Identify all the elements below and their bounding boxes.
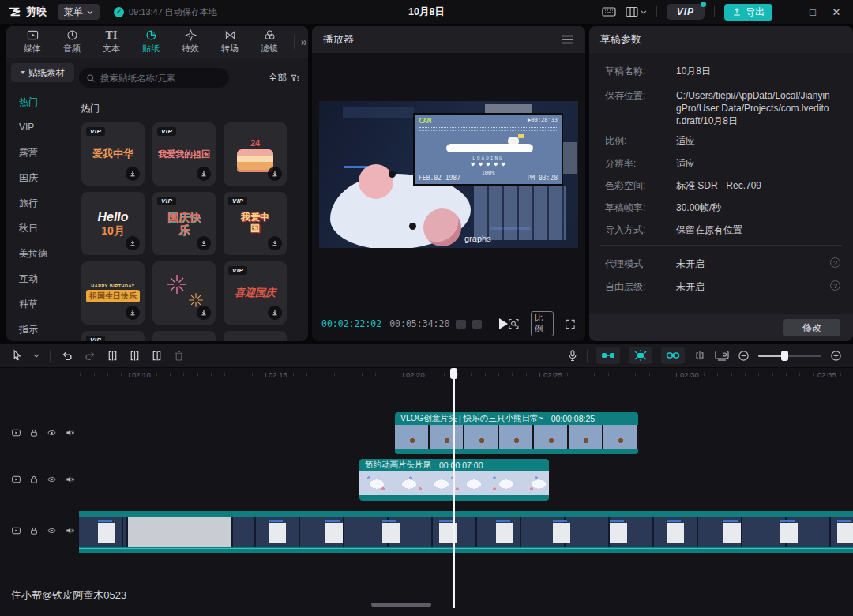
split-right-icon[interactable] [151,350,163,362]
menu-button[interactable]: 菜单 [58,4,100,20]
layout-switch-button[interactable] [626,6,647,17]
sticker-card[interactable]: 24 [224,122,287,186]
minimize-button[interactable]: — [782,6,796,18]
tab-media[interactable]: 媒体 [13,29,52,54]
snap-toggle[interactable] [596,347,620,364]
category-vip[interactable]: VIP [6,115,79,140]
sticker-search[interactable] [79,68,229,88]
time-ruler[interactable]: 02:10 02:15 02:20 02:25 02:30 02:35 [79,368,853,382]
download-icon[interactable] [126,167,140,181]
tab-filter[interactable]: 滤镜 [250,29,289,54]
sticker-card[interactable]: VIP 我爱我的祖国 [152,122,216,186]
draft-panel-footer: 修改 [589,314,853,341]
category-indicator[interactable]: 指示 [6,317,79,341]
sticker-card[interactable]: Hello 10月 [81,192,145,255]
category-travel[interactable]: 旅行 [6,190,79,216]
download-icon[interactable] [268,167,282,181]
download-icon[interactable] [197,167,211,181]
search-input[interactable] [100,73,222,83]
sticker-card[interactable]: VIP [81,331,145,341]
sticker-card-fireworks[interactable] [152,261,216,325]
player-menu-icon[interactable] [562,35,574,44]
main-video-track[interactable] [79,511,853,553]
category-hot[interactable]: 热门 [6,89,79,115]
sticker-card[interactable] [152,331,216,341]
select-tool-icon[interactable] [11,349,23,362]
cover-edit-icon[interactable] [715,350,729,361]
linkage-toggle[interactable] [629,347,652,364]
main-track-magnet-icon[interactable] [693,350,706,361]
lock-icon[interactable] [29,526,39,535]
sticker-card[interactable]: HAPPY BIRTHDAY 祖国生日快乐 [81,261,145,325]
help-icon[interactable]: ? [830,257,840,268]
download-icon[interactable] [197,236,211,250]
timeline-zoom-slider[interactable] [758,355,821,357]
sticker-card[interactable]: VIP 喜迎国庆 [224,261,287,325]
sticker-clip[interactable]: VLOG创意片头 | 快乐の三只小熊日常~ 00:00:08:25 [395,412,638,454]
filter-all-button[interactable]: 全部 [264,68,305,88]
speaker-icon[interactable] [65,428,75,438]
sticker-card[interactable]: VIP 爱我中华 [81,122,145,186]
playhead-handle[interactable] [450,368,457,379]
download-icon[interactable] [268,306,282,320]
speaker-icon[interactable] [65,475,75,484]
vip-badge: VIP [228,266,247,275]
lock-icon[interactable] [29,428,39,438]
chevron-down-icon[interactable] [33,354,39,358]
delete-icon[interactable] [173,350,185,362]
sticker-card[interactable] [224,331,287,341]
fireworks-art [165,272,189,296]
close-button[interactable]: ✕ [829,6,844,18]
download-icon[interactable] [126,306,140,320]
tab-transition[interactable]: 转场 [210,29,250,54]
category-camping[interactable]: 露营 [6,140,79,165]
eye-icon[interactable] [47,428,57,438]
shortcut-keyboard-icon[interactable] [602,6,616,17]
speaker-icon[interactable] [65,526,75,535]
tab-sticker[interactable]: 贴纸 [131,29,171,54]
preview-zoom-icon[interactable] [508,317,520,330]
redo-icon[interactable] [84,350,96,362]
export-button[interactable]: 导出 [724,4,772,21]
frame-view-icon[interactable] [472,320,482,329]
fullscreen-icon[interactable] [565,318,576,330]
tab-audio[interactable]: 音频 [52,29,92,54]
category-seeding[interactable]: 种草 [6,291,79,317]
record-voiceover-mic-icon[interactable] [567,349,578,362]
maximize-button[interactable]: □ [806,6,820,18]
playhead[interactable] [453,368,455,608]
tab-effects[interactable]: 特效 [171,29,210,54]
category-autumn[interactable]: 秋日 [6,216,79,241]
collapse-panel-button[interactable]: » [294,35,307,49]
eye-icon[interactable] [47,526,57,535]
sticker-card[interactable]: VIP 我爱中国 [224,192,287,255]
ratio-button[interactable]: 比例 [531,311,554,336]
horizontal-scrollbar[interactable] [371,603,431,607]
undo-icon[interactable] [61,350,73,362]
tab-text[interactable]: TI 文本 [92,29,131,54]
lock-icon[interactable] [29,475,39,484]
modify-button[interactable]: 修改 [783,319,840,336]
help-icon[interactable]: ? [830,280,840,291]
category-national-day[interactable]: 国庆 [6,165,79,190]
preview-axis-toggle[interactable] [661,347,685,364]
video-caption: graphs [464,234,491,243]
category-interactive[interactable]: 互动 [6,266,79,291]
category-header[interactable]: 贴纸素材 [11,63,74,82]
eye-icon[interactable] [47,475,57,484]
zoom-out-icon[interactable] [738,350,750,362]
filter-circles-icon [263,29,276,41]
sticker-card[interactable]: VIP 国庆快乐 [152,192,216,255]
split-icon[interactable] [107,350,118,362]
slider-handle[interactable] [781,351,788,361]
download-icon[interactable] [126,236,140,250]
frame-view-icon[interactable] [456,320,465,329]
download-icon[interactable] [197,306,211,320]
play-button[interactable] [499,318,508,329]
zoom-in-icon[interactable] [830,350,842,362]
vip-button[interactable]: VIP [667,4,705,20]
video-preview[interactable]: CAM ▶00:28'33 LOADING ♥ ♥ ♥ ♥ ♥ 100% FEB… [319,101,578,248]
download-icon[interactable] [268,236,282,250]
category-maillard[interactable]: 美拉德 [6,241,79,266]
split-left-icon[interactable] [129,350,141,362]
